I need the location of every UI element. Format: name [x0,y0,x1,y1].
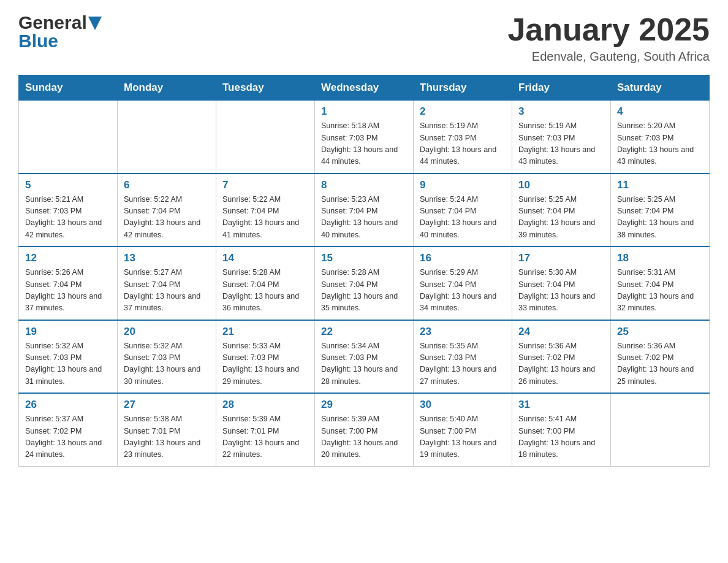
calendar-day-cell: 17Sunrise: 5:30 AM Sunset: 7:04 PM Dayli… [512,247,611,320]
calendar-day-cell: 31Sunrise: 5:41 AM Sunset: 7:00 PM Dayli… [512,393,611,466]
day-info: Sunrise: 5:34 AM Sunset: 7:03 PM Dayligh… [321,340,407,388]
day-info: Sunrise: 5:29 AM Sunset: 7:04 PM Dayligh… [420,267,506,315]
day-number: 7 [222,179,308,191]
day-of-week-header: Tuesday [216,75,315,101]
calendar-day-cell: 8Sunrise: 5:23 AM Sunset: 7:04 PM Daylig… [315,174,414,247]
day-number: 9 [420,179,506,191]
day-number: 21 [222,326,308,338]
day-number: 26 [25,399,111,411]
calendar-day-cell [19,101,118,174]
day-of-week-header: Saturday [611,75,710,101]
day-info: Sunrise: 5:18 AM Sunset: 7:03 PM Dayligh… [321,120,407,168]
day-number: 29 [321,399,407,411]
day-number: 23 [420,326,506,338]
day-number: 5 [25,179,111,191]
calendar-day-cell: 10Sunrise: 5:25 AM Sunset: 7:04 PM Dayli… [512,174,611,247]
day-number: 22 [321,326,407,338]
day-number: 17 [518,252,604,264]
day-info: Sunrise: 5:24 AM Sunset: 7:04 PM Dayligh… [420,194,506,242]
day-of-week-header: Sunday [19,75,118,101]
day-info: Sunrise: 5:19 AM Sunset: 7:03 PM Dayligh… [518,120,604,168]
day-number: 18 [617,252,703,264]
calendar-day-cell: 3Sunrise: 5:19 AM Sunset: 7:03 PM Daylig… [512,101,611,174]
calendar-day-cell: 19Sunrise: 5:32 AM Sunset: 7:03 PM Dayli… [19,320,118,394]
calendar-day-cell: 4Sunrise: 5:20 AM Sunset: 7:03 PM Daylig… [611,101,710,174]
day-info: Sunrise: 5:26 AM Sunset: 7:04 PM Dayligh… [25,267,111,315]
calendar-day-cell: 7Sunrise: 5:22 AM Sunset: 7:04 PM Daylig… [216,174,315,247]
calendar-day-cell [118,101,216,174]
day-info: Sunrise: 5:27 AM Sunset: 7:04 PM Dayligh… [124,267,210,315]
day-info: Sunrise: 5:35 AM Sunset: 7:03 PM Dayligh… [420,340,506,388]
calendar-day-cell: 14Sunrise: 5:28 AM Sunset: 7:04 PM Dayli… [216,247,315,320]
day-info: Sunrise: 5:30 AM Sunset: 7:04 PM Dayligh… [518,267,604,315]
calendar-day-cell: 18Sunrise: 5:31 AM Sunset: 7:04 PM Dayli… [611,247,710,320]
day-info: Sunrise: 5:36 AM Sunset: 7:02 PM Dayligh… [518,340,604,388]
day-of-week-header: Thursday [414,75,512,101]
calendar-day-cell: 20Sunrise: 5:32 AM Sunset: 7:03 PM Dayli… [118,320,216,394]
page-title: January 2025 [507,12,710,47]
day-info: Sunrise: 5:28 AM Sunset: 7:04 PM Dayligh… [321,267,407,315]
day-number: 31 [518,399,604,411]
day-number: 12 [25,252,111,264]
calendar-day-cell: 2Sunrise: 5:19 AM Sunset: 7:03 PM Daylig… [414,101,512,174]
logo-blue-text: Blue [18,31,58,52]
day-info: Sunrise: 5:21 AM Sunset: 7:03 PM Dayligh… [25,194,111,242]
calendar-week-row: 26Sunrise: 5:37 AM Sunset: 7:02 PM Dayli… [19,393,710,466]
day-number: 6 [124,179,210,191]
day-info: Sunrise: 5:36 AM Sunset: 7:02 PM Dayligh… [617,340,703,388]
calendar-day-cell: 24Sunrise: 5:36 AM Sunset: 7:02 PM Dayli… [512,320,611,394]
calendar-day-cell: 29Sunrise: 5:39 AM Sunset: 7:00 PM Dayli… [315,393,414,466]
day-info: Sunrise: 5:22 AM Sunset: 7:04 PM Dayligh… [222,194,308,242]
calendar-header-row: SundayMondayTuesdayWednesdayThursdayFrid… [19,75,710,101]
day-number: 24 [518,326,604,338]
header: General Blue January 2025 Edenvale, Gaut… [18,12,710,64]
day-number: 13 [124,252,210,264]
day-number: 11 [617,179,703,191]
day-number: 3 [518,105,604,118]
logo-general-text: General [18,12,87,33]
day-info: Sunrise: 5:39 AM Sunset: 7:01 PM Dayligh… [222,413,308,461]
calendar-week-row: 5Sunrise: 5:21 AM Sunset: 7:03 PM Daylig… [19,174,710,247]
calendar-day-cell: 1Sunrise: 5:18 AM Sunset: 7:03 PM Daylig… [315,101,414,174]
day-info: Sunrise: 5:31 AM Sunset: 7:04 PM Dayligh… [617,267,703,315]
day-info: Sunrise: 5:37 AM Sunset: 7:02 PM Dayligh… [25,413,111,461]
day-of-week-header: Friday [512,75,611,101]
day-number: 28 [222,399,308,411]
day-info: Sunrise: 5:33 AM Sunset: 7:03 PM Dayligh… [222,340,308,388]
calendar-day-cell: 25Sunrise: 5:36 AM Sunset: 7:02 PM Dayli… [611,320,710,394]
day-info: Sunrise: 5:22 AM Sunset: 7:04 PM Dayligh… [124,194,210,242]
day-number: 10 [518,179,604,191]
day-number: 25 [617,326,703,338]
day-info: Sunrise: 5:19 AM Sunset: 7:03 PM Dayligh… [420,120,506,168]
day-info: Sunrise: 5:40 AM Sunset: 7:00 PM Dayligh… [420,413,506,461]
calendar-day-cell: 22Sunrise: 5:34 AM Sunset: 7:03 PM Dayli… [315,320,414,394]
calendar-day-cell: 27Sunrise: 5:38 AM Sunset: 7:01 PM Dayli… [118,393,216,466]
logo-triangle-icon [88,17,102,30]
day-info: Sunrise: 5:38 AM Sunset: 7:01 PM Dayligh… [124,413,210,461]
day-of-week-header: Monday [118,75,216,101]
day-info: Sunrise: 5:25 AM Sunset: 7:04 PM Dayligh… [518,194,604,242]
day-number: 1 [321,105,407,118]
svg-marker-0 [88,17,102,30]
logo: General Blue [18,12,102,52]
calendar-day-cell: 11Sunrise: 5:25 AM Sunset: 7:04 PM Dayli… [611,174,710,247]
calendar-day-cell: 30Sunrise: 5:40 AM Sunset: 7:00 PM Dayli… [414,393,512,466]
day-number: 14 [222,252,308,264]
day-number: 8 [321,179,407,191]
calendar-week-row: 1Sunrise: 5:18 AM Sunset: 7:03 PM Daylig… [19,101,710,174]
calendar-day-cell: 6Sunrise: 5:22 AM Sunset: 7:04 PM Daylig… [118,174,216,247]
calendar-day-cell: 9Sunrise: 5:24 AM Sunset: 7:04 PM Daylig… [414,174,512,247]
day-info: Sunrise: 5:41 AM Sunset: 7:00 PM Dayligh… [518,413,604,461]
calendar-week-row: 12Sunrise: 5:26 AM Sunset: 7:04 PM Dayli… [19,247,710,320]
day-info: Sunrise: 5:32 AM Sunset: 7:03 PM Dayligh… [124,340,210,388]
title-area: January 2025 Edenvale, Gauteng, South Af… [507,12,710,64]
calendar-day-cell: 26Sunrise: 5:37 AM Sunset: 7:02 PM Dayli… [19,393,118,466]
calendar-day-cell: 15Sunrise: 5:28 AM Sunset: 7:04 PM Dayli… [315,247,414,320]
day-number: 19 [25,326,111,338]
day-info: Sunrise: 5:20 AM Sunset: 7:03 PM Dayligh… [617,120,703,168]
calendar-day-cell [611,393,710,466]
day-number: 15 [321,252,407,264]
day-number: 16 [420,252,506,264]
calendar-day-cell: 23Sunrise: 5:35 AM Sunset: 7:03 PM Dayli… [414,320,512,394]
calendar-week-row: 19Sunrise: 5:32 AM Sunset: 7:03 PM Dayli… [19,320,710,394]
